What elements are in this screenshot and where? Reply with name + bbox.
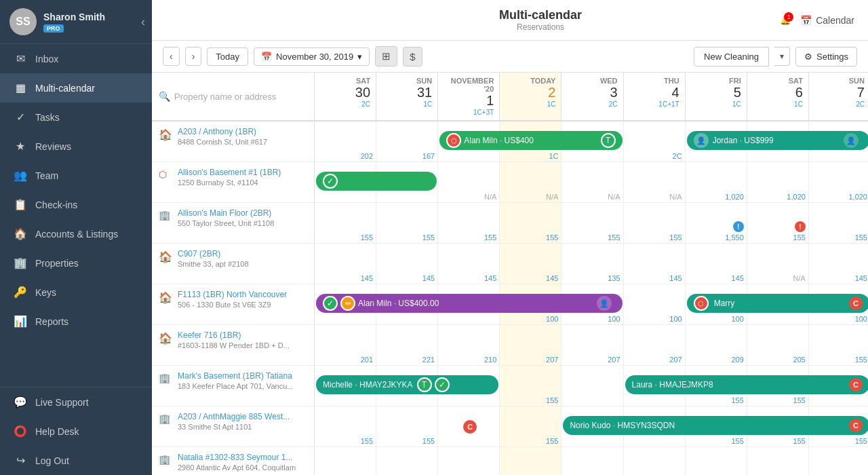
day-cell[interactable]: 155 [376,447,438,475]
day-cell[interactable]: 145 [315,244,376,284]
day-cell[interactable]: 155 [809,447,868,475]
booking-bar[interactable]: ⬡ Alan Miln · US$400 T [439,131,622,150]
day-cell[interactable]: C [438,406,500,446]
day-cell[interactable]: !155 [747,203,809,243]
day-cell[interactable]: 155 [561,203,623,243]
sidebar-item-reviews[interactable]: ★ Reviews [0,132,152,161]
new-cleaning-caret[interactable]: ▾ [774,47,790,66]
day-cell[interactable]: 145 [376,244,438,284]
day-cell[interactable]: 155 [315,406,376,446]
day-cell[interactable]: 155 [809,325,868,365]
date-selector[interactable]: 📅 November 30, 2019 ▾ [254,48,370,66]
property-name[interactable]: F1113 (1BR) North Vancouver [178,290,287,299]
day-cell[interactable]: 1,020 [686,162,747,202]
day-cell[interactable]: 209 [686,325,747,365]
day-cell[interactable]: N/A [747,244,809,284]
cell-amount: 155 [669,233,682,242]
day-cell[interactable]: 155 [809,203,868,243]
day-cell[interactable]: 201 [315,325,376,365]
next-button[interactable]: › [185,47,202,66]
day-cell[interactable]: 155 [624,447,686,475]
sidebar-item-inbox[interactable]: ✉ Inbox [0,44,152,73]
day-cell[interactable]: 2C [624,121,686,162]
day-cell[interactable]: 145 [500,244,561,284]
day-cell[interactable]: 155 [376,406,438,446]
day-cell[interactable]: 145 [686,244,747,284]
day-cell[interactable]: N/A [500,162,561,202]
sidebar-item-reports[interactable]: 📊 Reports [0,307,152,336]
day-cell[interactable]: 207 [500,325,561,365]
day-cell[interactable]: 145 [438,244,500,284]
property-name[interactable]: Allison's Basement #1 (1BR) [178,168,281,177]
day-cell[interactable]: 205 [747,325,809,365]
day-cell[interactable]: 155 [561,447,623,475]
sidebar-item-log-out[interactable]: ↪ Log Out [0,446,152,475]
sidebar-item-help-desk[interactable]: ⭕ Help Desk [0,417,152,446]
day-cell[interactable]: 155 [376,203,438,243]
day-cell[interactable]: 167 [376,121,438,162]
day-cell[interactable]: 155 [624,203,686,243]
sidebar-item-keys[interactable]: 🔑 Keys [0,278,152,307]
day-cell[interactable]: 155 [747,447,809,475]
booking-bar[interactable]: ✓ ✏ Alan Miln · US$400.00 👤 [316,294,623,313]
prev-button[interactable]: ‹ [163,47,180,66]
new-cleaning-button[interactable]: New Cleaning [694,47,769,66]
property-name[interactable]: A203 / Anthony (1BR) [178,127,267,136]
day-cell[interactable]: 145 [809,244,868,284]
day-cell[interactable]: N/A [561,162,623,202]
sidebar-item-tasks[interactable]: ✓ Tasks [0,102,152,132]
day-cell[interactable] [561,366,623,406]
day-cell[interactable]: 202 [315,121,376,162]
property-name[interactable]: C907 (2BR) [178,249,249,259]
day-cell[interactable]: 207 [561,325,623,365]
day-cell[interactable]: 1,020 [809,162,868,202]
collapse-button[interactable]: ‹ [141,15,145,29]
day-cell[interactable]: 135 [561,244,623,284]
day-cell[interactable]: 221 [376,325,438,365]
property-name[interactable]: Keefer 716 (1BR) [178,330,290,340]
day-cell[interactable]: 155 [438,203,500,243]
booking-bar[interactable]: ✓ [316,172,437,191]
property-name[interactable]: Natalia #1302-833 Seymour 1... [178,453,296,462]
sidebar-item-properties[interactable]: 🏢 Properties [0,248,152,278]
sidebar-item-accounts-listings[interactable]: 🏠 Accounts & Listings [0,219,152,248]
day-cell[interactable]: 155 [500,406,561,446]
day-cell[interactable]: 210 [438,325,500,365]
booking-bar[interactable]: Norio Kudo · HMSYN3SQDNC [563,416,868,435]
sidebar-item-multi-calendar[interactable]: ▦ Multi-calendar [0,73,152,102]
calendar-label: Calendar [816,15,854,26]
property-name[interactable]: Mark's Basement (1BR) Tatiana [178,371,293,381]
notifications-button[interactable]: 🔔 1 [780,15,791,25]
booking-bar[interactable]: ⬡ Marry C [687,294,868,313]
day-cell[interactable]: 207 [624,325,686,365]
day-cell[interactable]: N/A [624,162,686,202]
day-cell[interactable]: 1,020 [747,162,809,202]
property-name[interactable]: Allison's Main Floor (2BR) [178,208,274,218]
sidebar-item-team[interactable]: 👥 Team [0,161,152,190]
cell-amount: 155 [793,437,806,445]
day-cell[interactable]: 155 [315,203,376,243]
settings-button[interactable]: ⚙ Settings [795,47,857,66]
day-cell[interactable]: 145 [624,244,686,284]
day-cell[interactable]: 155 [686,447,747,475]
sidebar-item-check-ins[interactable]: 📋 Check-ins [0,190,152,219]
booking-bar[interactable]: 👤 Jordan · US$999 👤 [687,131,868,150]
grid-view-button[interactable]: ⊞ [375,46,397,66]
day-cell[interactable]: 155 [500,447,561,475]
day-cell[interactable]: 155 [500,203,561,243]
search-input[interactable]: Property name or address [174,92,276,102]
property-name[interactable]: A203 / AnthMaggie 885 West... [178,412,290,421]
day-cell[interactable]: 155 [438,447,500,475]
day-cell[interactable]: 100 [624,284,686,324]
day-cell[interactable]: !1,550 [686,203,747,243]
booking-bar[interactable]: Laura · HMAJEJMKP8 C [625,375,868,394]
day-cell[interactable]: 155 [315,447,376,475]
day-cell[interactable]: 155 [500,366,561,406]
calendar-view-button[interactable]: 📅 Calendar [800,15,854,26]
currency-button[interactable]: $ [403,47,422,66]
sidebar-item-live-support[interactable]: 💬 Live Support [0,387,152,417]
day-cell[interactable]: N/A [438,162,500,202]
today-button[interactable]: Today [207,48,248,66]
calendar-container[interactable]: 🔍 Property name or address SAT 30 2C SUN… [152,73,868,475]
booking-bar[interactable]: Michelle · HMAY2JKYKA T ✓ [316,375,498,394]
